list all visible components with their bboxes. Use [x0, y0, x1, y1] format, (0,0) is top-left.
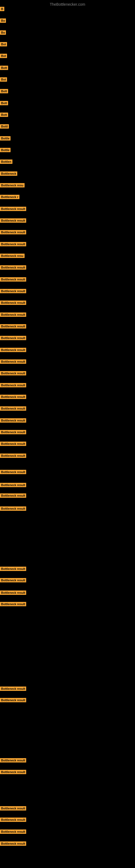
- badge-label: Bott: [0, 89, 8, 93]
- badge-label: Bottleneck result: [0, 265, 26, 270]
- badge-label: Bottleneck: [0, 172, 17, 176]
- badge-item: Bo: [0, 30, 6, 36]
- badge-label: Bottleneck result: [0, 406, 26, 411]
- badge-item: Bottleneck result: [0, 230, 26, 236]
- badge-label: Bottleneck result: [0, 360, 26, 364]
- badge-label: Bot: [0, 42, 7, 46]
- badge-label: Bottleneck result: [0, 806, 26, 810]
- badge-item: Bottleneck result: [0, 578, 26, 584]
- badge-label: Bottleneck result: [0, 770, 26, 774]
- badge-label: Bott: [0, 66, 8, 70]
- badge-item: Bottleneck result: [0, 324, 26, 330]
- badge-item: Bo: [0, 19, 6, 24]
- badge-label: Bo: [0, 30, 6, 35]
- badge-item: Bottleneck result: [0, 265, 26, 271]
- badge-item: Bot: [0, 42, 7, 48]
- badge-item: Bottleneck result: [0, 483, 26, 488]
- badge-label: Bottlen: [0, 159, 12, 164]
- badge-item: Bottleneck result: [0, 442, 26, 447]
- badge-label: Bottleneck result: [0, 301, 26, 305]
- badge-label: Bottleneck result: [0, 698, 26, 702]
- badge-label: Bot: [0, 77, 7, 82]
- badge-item: Bottleneck result: [0, 336, 26, 341]
- badge-label: Bottleneck result: [0, 567, 26, 571]
- badge-label: B: [0, 7, 4, 11]
- badge-label: Bottleneck result: [0, 483, 26, 487]
- badge-label: Bottleneck result: [0, 242, 26, 246]
- badge-item: Bottleneck result: [0, 698, 26, 703]
- badge-item: Bottleneck result: [0, 289, 26, 294]
- badge-item: Bottleneck resu: [0, 254, 25, 259]
- badge-item: Bottleneck result: [0, 218, 26, 224]
- badge-label: Bottl: [0, 124, 9, 129]
- badge-item: Bottleneck result: [0, 602, 26, 607]
- badge-item: Bottleneck resu: [0, 183, 25, 188]
- badge-label: Bottle: [0, 136, 10, 141]
- badge-label: Bottleneck result: [0, 289, 26, 293]
- badge-item: Bottl: [0, 124, 9, 130]
- badge-item: Bottleneck: [0, 172, 17, 177]
- badge-label: Bottleneck result: [0, 830, 26, 834]
- badge-item: Bottleneck result: [0, 470, 26, 475]
- badge-label: Bottleneck result: [0, 686, 26, 691]
- badge-label: Bottleneck r: [0, 195, 19, 199]
- badge-item: Bottleneck result: [0, 406, 26, 412]
- badge-label: Bottleneck result: [0, 470, 26, 474]
- badge-item: Bottleneck result: [0, 395, 26, 400]
- badge-label: Bottleneck result: [0, 336, 26, 340]
- badge-label: Bot: [0, 54, 7, 58]
- badge-label: Bottleneck result: [0, 841, 26, 846]
- site-title: TheBottlenecker.com: [0, 0, 135, 9]
- badge-item: Bottleneck result: [0, 686, 26, 692]
- badge-item: Bott: [0, 89, 8, 94]
- badge-label: Bottleneck result: [0, 817, 26, 822]
- badge-item: Bottleneck result: [0, 371, 26, 376]
- badge-label: Bottleneck result: [0, 602, 26, 606]
- badge-item: Bott: [0, 113, 8, 118]
- badge-label: Bott: [0, 113, 8, 117]
- badge-item: Bottleneck result: [0, 348, 26, 353]
- badge-item: Bottleneck r: [0, 195, 19, 200]
- badge-label: Bo: [0, 19, 6, 23]
- badge-label: Bottleneck result: [0, 758, 26, 763]
- badge-item: Bot: [0, 54, 7, 59]
- badge-item: Bot: [0, 77, 7, 83]
- badge-item: Bottleneck result: [0, 383, 26, 389]
- badge-label: Bottleneck result: [0, 277, 26, 282]
- badge-item: Bottleneck result: [0, 758, 26, 764]
- badge-item: Bottle: [0, 148, 10, 153]
- badge-label: Bottleneck result: [0, 348, 26, 352]
- badge-label: Bottleneck result: [0, 506, 26, 511]
- badge-item: Bottleneck result: [0, 830, 26, 835]
- badge-item: Bottleneck result: [0, 312, 26, 318]
- badge-label: Bott: [0, 101, 8, 105]
- badge-item: Bottleneck result: [0, 242, 26, 247]
- badge-label: Bottleneck result: [0, 312, 26, 317]
- badge-item: Bottleneck result: [0, 841, 26, 847]
- badge-label: Bottleneck result: [0, 218, 26, 223]
- badge-label: Bottleneck result: [0, 493, 26, 498]
- badge-label: Bottleneck result: [0, 230, 26, 235]
- badge-item: Bottleneck result: [0, 454, 26, 459]
- badge-item: Bott: [0, 101, 8, 106]
- badge-label: Bottleneck result: [0, 207, 26, 211]
- badge-label: Bottleneck result: [0, 395, 26, 399]
- badge-label: Bottleneck result: [0, 418, 26, 423]
- badge-item: Bottleneck result: [0, 301, 26, 306]
- badge-item: Bottleneck result: [0, 590, 26, 596]
- badge-label: Bottleneck resu: [0, 183, 25, 187]
- badge-item: Bottleneck result: [0, 207, 26, 212]
- badge-item: Bottleneck result: [0, 567, 26, 572]
- badge-label: Bottleneck result: [0, 324, 26, 329]
- badge-label: Bottleneck result: [0, 590, 26, 595]
- badge-label: Bottleneck result: [0, 383, 26, 388]
- badge-label: Bottle: [0, 148, 10, 152]
- badge-item: Bottlen: [0, 159, 12, 165]
- badge-item: Bottleneck result: [0, 506, 26, 512]
- badge-item: Bottleneck result: [0, 430, 26, 435]
- badge-item: Bottle: [0, 136, 10, 142]
- badge-label: Bottleneck result: [0, 454, 26, 458]
- badge-label: Bottleneck result: [0, 430, 26, 434]
- badge-label: Bottleneck result: [0, 371, 26, 375]
- badge-item: B: [0, 7, 4, 12]
